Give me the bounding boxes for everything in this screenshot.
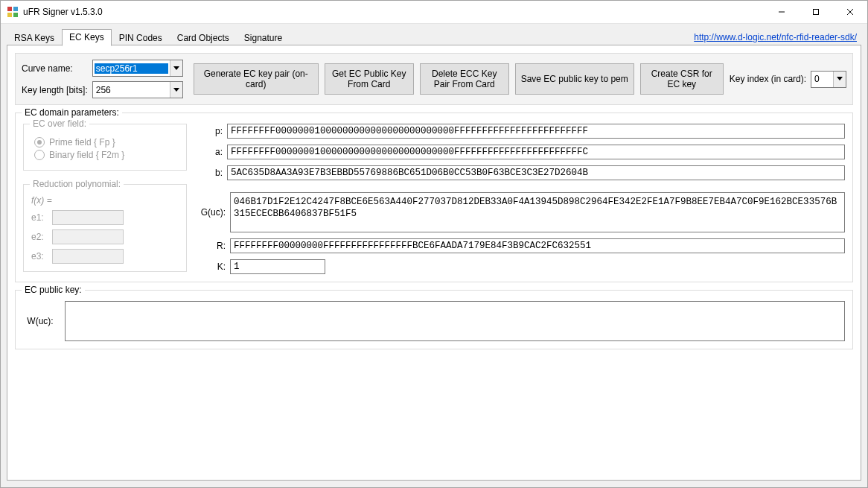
b-input[interactable] xyxy=(227,165,845,180)
w-label: W(uc): xyxy=(23,316,57,326)
curve-name-label: Curve name: xyxy=(22,63,88,74)
e1-input xyxy=(52,210,124,225)
titlebar: uFR Signer v1.5.3.0 xyxy=(1,1,867,24)
ec-public-key-legend: EC public key: xyxy=(22,285,85,295)
prime-field-radio: Prime field { Fp } xyxy=(34,137,179,148)
svg-rect-1 xyxy=(13,7,18,11)
chevron-down-icon xyxy=(170,60,182,76)
svg-rect-2 xyxy=(7,13,12,17)
fx-label: f(x) = xyxy=(31,195,179,206)
tab-content-ec-keys: Curve name: secp256r1 Key length [bits]:… xyxy=(7,45,861,481)
b-label: b: xyxy=(197,168,223,178)
radio-icon xyxy=(34,150,45,160)
prime-field-label: Prime field { Fp } xyxy=(49,137,115,148)
radio-icon xyxy=(34,137,45,148)
window-title: uFR Signer v1.5.3.0 xyxy=(23,7,103,17)
sdk-link-area: http://www.d-logic.net/nfc-rfid-reader-s… xyxy=(694,32,861,42)
sdk-link[interactable]: http://www.d-logic.net/nfc-rfid-reader-s… xyxy=(694,32,857,42)
minimize-button[interactable] xyxy=(765,1,799,23)
binary-field-label: Binary field { F2m } xyxy=(49,150,124,160)
curve-name-combo[interactable]: secp256r1 xyxy=(92,60,183,77)
key-index-label: Key index (in card): xyxy=(730,74,806,84)
r-label: R: xyxy=(197,241,226,251)
tab-area: RSA Keys EC Keys PIN Codes Card Objects … xyxy=(1,24,867,45)
e1-label: e1: xyxy=(31,212,52,223)
ec-domain-legend: EC domain parameters: xyxy=(22,107,122,118)
ec-public-key-fieldset: EC public key: W(uc): xyxy=(15,290,853,349)
k-label: K: xyxy=(197,262,226,272)
p-label: p: xyxy=(197,126,223,136)
g-label: G(uc): xyxy=(197,207,226,218)
curve-name-value: secp256r1 xyxy=(95,63,168,74)
reduction-polynomial-fieldset: Reduction polynomial: f(x) = e1: e2: e3: xyxy=(23,184,187,272)
key-index-value: 0 xyxy=(811,74,833,84)
get-ec-public-key-button[interactable]: Get EC Public Key From Card xyxy=(325,63,414,95)
tab-signature[interactable]: Signature xyxy=(237,30,290,46)
key-length-value: 256 xyxy=(93,85,170,95)
svg-marker-9 xyxy=(173,88,179,92)
g-input[interactable] xyxy=(230,192,845,232)
top-panel: Curve name: secp256r1 Key length [bits]:… xyxy=(15,53,853,105)
w-input[interactable] xyxy=(65,301,845,341)
e2-input xyxy=(52,229,124,244)
tab-pin-codes[interactable]: PIN Codes xyxy=(112,30,170,46)
delete-ecc-keypair-button[interactable]: Delete ECC Key Pair From Card xyxy=(420,63,509,95)
binary-field-radio: Binary field { F2m } xyxy=(34,150,179,160)
svg-rect-3 xyxy=(13,13,18,17)
a-input[interactable] xyxy=(227,145,845,159)
svg-marker-8 xyxy=(173,66,179,70)
generate-ec-keypair-button[interactable]: Generate EC key pair (on-card) xyxy=(194,63,319,95)
k-input[interactable] xyxy=(230,259,325,274)
key-length-combo[interactable]: 256 xyxy=(92,81,183,98)
svg-marker-10 xyxy=(837,77,843,80)
svg-rect-0 xyxy=(7,7,12,11)
app-icon xyxy=(7,6,19,18)
maximize-button[interactable] xyxy=(799,1,833,23)
chevron-down-icon xyxy=(170,82,182,98)
reduction-polynomial-legend: Reduction polynomial: xyxy=(30,179,124,189)
close-button[interactable] xyxy=(833,1,867,23)
e3-label: e3: xyxy=(31,251,52,262)
save-ec-pubkey-pem-button[interactable]: Save EC public key to pem xyxy=(515,63,634,95)
ec-domain-fieldset: EC domain parameters: EC over field: Pri… xyxy=(15,113,853,282)
key-index-combo[interactable]: 0 xyxy=(811,71,846,88)
ec-over-field-legend: EC over field: xyxy=(30,118,89,129)
p-input[interactable] xyxy=(227,124,845,139)
app-window: uFR Signer v1.5.3.0 RSA Keys EC Keys PIN… xyxy=(0,0,868,488)
chevron-down-icon xyxy=(833,72,846,87)
e2-label: e2: xyxy=(31,232,52,242)
key-length-label: Key length [bits]: xyxy=(22,85,88,95)
svg-rect-5 xyxy=(814,10,819,15)
tab-ec-keys[interactable]: EC Keys xyxy=(62,29,112,46)
tab-rsa-keys[interactable]: RSA Keys xyxy=(7,30,62,46)
a-label: a: xyxy=(197,147,223,157)
create-csr-ec-button[interactable]: Create CSR for EC key xyxy=(640,63,724,95)
tab-card-objects[interactable]: Card Objects xyxy=(170,30,237,46)
ec-over-field-fieldset: EC over field: Prime field { Fp } Binary… xyxy=(23,124,187,171)
e3-input xyxy=(52,249,124,264)
r-input[interactable] xyxy=(230,238,845,253)
